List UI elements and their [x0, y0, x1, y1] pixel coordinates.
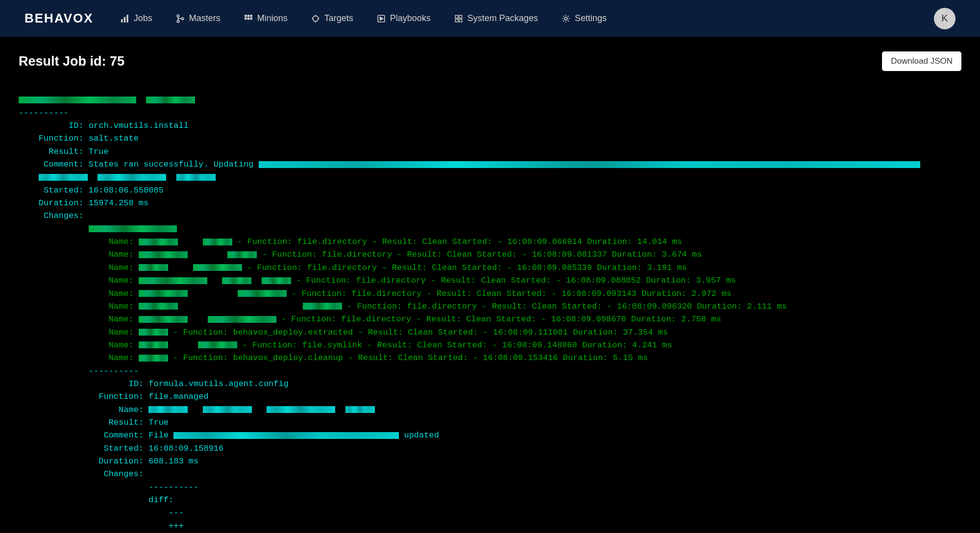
redacted-block: [139, 251, 188, 258]
r1-com-prefix: States ran successfully. Updating: [84, 160, 259, 169]
r1-id-label: ID:: [19, 121, 84, 130]
svg-point-5: [181, 17, 184, 20]
nav-jobs[interactable]: Jobs: [121, 13, 152, 24]
change-row-8-post: - Function: file.symlink - Result: Clean…: [237, 340, 672, 350]
svg-rect-16: [455, 19, 458, 22]
change-row-3-post: - Function: file.directory - Result: Cle…: [291, 276, 736, 285]
redacted-block: [227, 251, 257, 258]
target-icon: [311, 14, 320, 23]
nav-items: Jobs Masters Minions Targets Playbooks S…: [121, 13, 934, 24]
redacted-block: [259, 161, 920, 168]
change-row-6-post: - Function: file.directory - Result: Cle…: [276, 315, 721, 324]
title-row: Result Job id: 75 Download JSON: [19, 51, 961, 71]
svg-rect-0: [121, 19, 122, 23]
change-row-3: Name:: [19, 276, 139, 285]
nav-settings[interactable]: Settings: [562, 13, 607, 24]
nav-minions[interactable]: Minions: [244, 13, 288, 24]
nav-system-packages[interactable]: System Packages: [454, 13, 538, 24]
r1-fn-label: Function:: [19, 134, 84, 143]
r2-com-label: Comment:: [19, 431, 144, 440]
r2-plus: +++: [19, 521, 184, 531]
r2-res-value: True: [144, 418, 169, 427]
svg-rect-9: [245, 17, 247, 20]
content: Result Job id: 75 Download JSON --------…: [0, 37, 980, 533]
redacted-block: [139, 355, 168, 362]
svg-point-12: [313, 16, 318, 21]
nav-minions-label: Minions: [257, 13, 288, 24]
svg-rect-10: [247, 17, 249, 20]
r2-diff: diff:: [19, 495, 173, 505]
redacted-block: [19, 97, 136, 103]
change-row-1: Name:: [19, 250, 139, 259]
r2-dur-value: 608.183 ms: [144, 457, 198, 466]
r2-res-label: Result:: [19, 418, 144, 427]
redacted-block: [139, 290, 188, 297]
brand-logo: BEHAVOX: [24, 11, 94, 26]
r1-fn-value: salt.state: [84, 134, 139, 143]
svg-rect-15: [459, 15, 462, 18]
redacted-block: [176, 174, 216, 181]
change-row-9-post: - Function: behavox_deploy.cleanup - Res…: [168, 353, 648, 363]
divider1: ----------: [19, 108, 69, 118]
divider2: ----------: [19, 366, 139, 376]
svg-rect-2: [126, 15, 128, 23]
change-row-7: Name:: [19, 328, 139, 337]
chart-icon: [121, 14, 129, 23]
r2-com-pre: File: [144, 431, 173, 440]
nav-jobs-label: Jobs: [134, 13, 152, 24]
redacted-block: [222, 277, 251, 284]
redacted-block: [139, 329, 168, 336]
redacted-block: [238, 290, 287, 297]
nav-masters[interactable]: Masters: [176, 13, 220, 24]
r2-chg-label: Changes:: [19, 469, 144, 479]
r1-id-value: orch.vmutils.install: [84, 121, 189, 130]
changes-header: [19, 224, 177, 234]
svg-point-4: [177, 20, 179, 23]
redacted-block: [203, 406, 252, 413]
branch-icon: [176, 14, 185, 23]
r1-res-label: Result:: [19, 147, 84, 156]
svg-rect-7: [247, 15, 249, 17]
redacted-block: [193, 264, 242, 271]
page-title: Result Job id: 75: [19, 54, 124, 69]
r2-id-value: formula.vmutils.agent.config: [144, 379, 289, 388]
redacted-block: [173, 432, 399, 439]
avatar[interactable]: K: [934, 8, 956, 29]
svg-point-18: [564, 17, 567, 20]
change-row-6: Name:: [19, 315, 139, 324]
redacted-block: [262, 277, 291, 284]
r2-id-label: ID:: [19, 379, 144, 388]
change-row-5-post: - Function: file.directory - Result: Cle…: [342, 302, 787, 311]
r1-dur-value: 15974.258 ms: [84, 198, 149, 208]
svg-rect-17: [459, 19, 462, 22]
change-row-4-post: - Function: file.directory - Result: Cle…: [287, 289, 732, 298]
play-icon: [377, 14, 386, 23]
r1-dur-label: Duration:: [19, 198, 84, 208]
r1-res-value: True: [84, 147, 109, 156]
r2-fn-label: Function:: [19, 392, 144, 401]
nav-playbooks[interactable]: Playbooks: [377, 13, 431, 24]
svg-rect-14: [455, 15, 458, 18]
redacted-block: [139, 303, 178, 310]
gear-icon: [562, 14, 570, 23]
redacted-block: [208, 316, 276, 323]
redacted-block: [148, 406, 188, 413]
nav-playbooks-label: Playbooks: [390, 13, 431, 24]
svg-rect-11: [250, 17, 252, 20]
change-row-9: Name:: [19, 353, 139, 363]
redacted-block: [139, 239, 178, 245]
download-json-button[interactable]: Download JSON: [882, 51, 961, 71]
change-row-1-post: - Function: file.directory - Result: Cle…: [257, 250, 702, 259]
r1-com-label: Comment:: [19, 160, 84, 169]
r1-chg-label: Changes:: [19, 211, 84, 220]
redacted-block: [139, 341, 168, 348]
redacted-block: [345, 406, 375, 413]
package-icon: [454, 14, 463, 23]
change-row-8: Name:: [19, 340, 139, 350]
r1-start-value: 16:08:06.550085: [84, 186, 164, 195]
nav-settings-label: Settings: [575, 13, 607, 24]
nav-targets[interactable]: Targets: [311, 13, 353, 24]
redacted-block: [139, 264, 168, 271]
r2-com-post: updated: [399, 431, 439, 440]
svg-rect-1: [123, 17, 125, 22]
